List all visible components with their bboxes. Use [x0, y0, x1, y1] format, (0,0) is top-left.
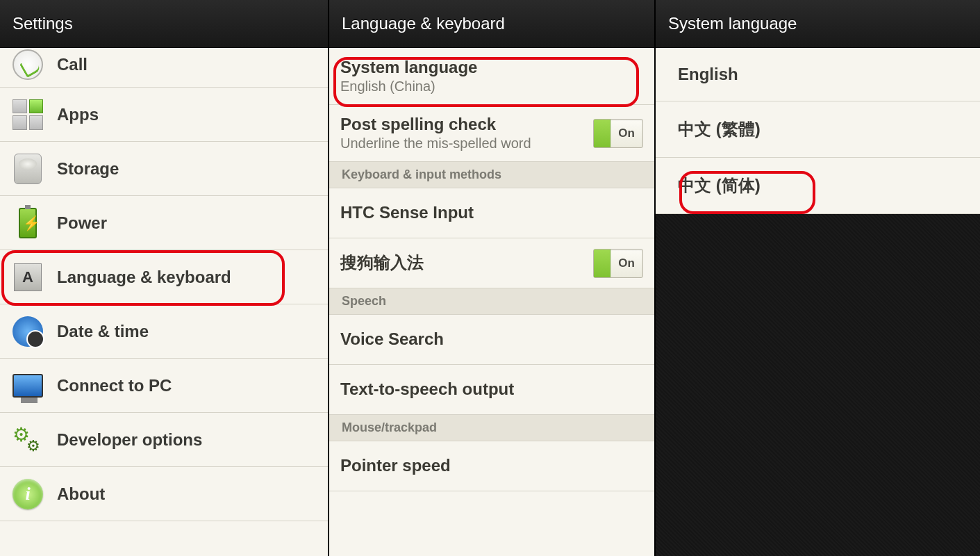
language-option-english[interactable]: English — [656, 48, 980, 101]
language-keyboard-list: System language English (China) Post spe… — [329, 48, 654, 556]
system-language-panel: System language English 中文 (繁體) 中文 (简体) — [656, 0, 980, 556]
settings-row-storage[interactable]: Storage — [0, 142, 328, 196]
tts-row[interactable]: Text-to-speech output — [329, 365, 654, 415]
row-label: Power — [57, 213, 107, 233]
sogou-toggle[interactable]: On — [593, 249, 643, 278]
toggle-knob — [594, 250, 611, 277]
apps-icon — [11, 98, 44, 131]
settings-row-developer[interactable]: Developer options — [0, 413, 328, 467]
row-subtitle: Underline the mis-spelled word — [340, 136, 593, 152]
row-title: 搜狗输入法 — [340, 252, 593, 274]
info-icon: i — [11, 477, 44, 511]
settings-row-call[interactable]: Call — [0, 48, 328, 88]
row-title: Post spelling check — [340, 115, 593, 134]
row-subtitle: English (China) — [340, 79, 643, 95]
voice-search-row[interactable]: Voice Search — [329, 315, 654, 365]
monitor-icon — [11, 369, 44, 402]
settings-row-power[interactable]: Power — [0, 196, 328, 250]
row-title: System language — [340, 58, 643, 77]
row-title: HTC Sense Input — [340, 203, 474, 222]
row-label: Call — [57, 55, 88, 74]
panel-title: System language — [656, 0, 980, 48]
row-title: Voice Search — [340, 329, 444, 349]
panel-title: Language & keyboard — [329, 0, 654, 48]
section-mouse: Mouse/trackpad — [329, 415, 654, 441]
empty-space — [656, 214, 980, 556]
row-label: Connect to PC — [57, 376, 172, 395]
sogou-row[interactable]: 搜狗输入法 On — [329, 238, 654, 288]
phone-icon — [11, 48, 44, 81]
battery-icon — [11, 206, 44, 240]
globe-clock-icon — [11, 315, 44, 348]
row-label: Language & keyboard — [57, 268, 231, 287]
toggle-label: On — [611, 126, 642, 140]
settings-list: Call Apps Storage Power A Language & key… — [0, 48, 328, 556]
storage-icon — [11, 152, 44, 186]
section-speech: Speech — [329, 288, 654, 315]
settings-panel: Settings Call Apps Storage Power A Langu… — [0, 0, 329, 556]
language-option-traditional-chinese[interactable]: 中文 (繁體) — [656, 101, 980, 158]
language-keyboard-panel: Language & keyboard System language Engl… — [329, 0, 656, 556]
settings-row-language-keyboard[interactable]: A Language & keyboard — [0, 250, 328, 304]
htc-sense-row[interactable]: HTC Sense Input — [329, 188, 654, 238]
row-label: About — [57, 484, 105, 504]
gears-icon — [11, 423, 44, 457]
row-label: Date & time — [57, 322, 149, 341]
toggle-label: On — [611, 256, 642, 270]
settings-row-date-time[interactable]: Date & time — [0, 304, 328, 359]
keyboard-icon: A — [11, 261, 44, 294]
language-options-list: English 中文 (繁體) 中文 (简体) — [656, 48, 980, 556]
settings-row-about[interactable]: i About — [0, 467, 328, 521]
section-keyboard: Keyboard & input methods — [329, 162, 654, 188]
panel-title: Settings — [0, 0, 328, 48]
toggle-knob — [594, 120, 611, 147]
settings-row-connect-pc[interactable]: Connect to PC — [0, 359, 328, 413]
row-label: Storage — [57, 159, 119, 179]
row-label: Apps — [57, 105, 99, 124]
row-label: Developer options — [57, 430, 202, 450]
row-title: Text-to-speech output — [340, 379, 514, 399]
language-option-simplified-chinese[interactable]: 中文 (简体) — [656, 158, 980, 214]
settings-row-apps[interactable]: Apps — [0, 88, 328, 142]
row-title: Pointer speed — [340, 456, 451, 475]
spell-check-row[interactable]: Post spelling check Underline the mis-sp… — [329, 105, 654, 162]
pointer-speed-row[interactable]: Pointer speed — [329, 441, 654, 491]
system-language-row[interactable]: System language English (China) — [329, 48, 654, 105]
spell-check-toggle[interactable]: On — [593, 119, 643, 148]
